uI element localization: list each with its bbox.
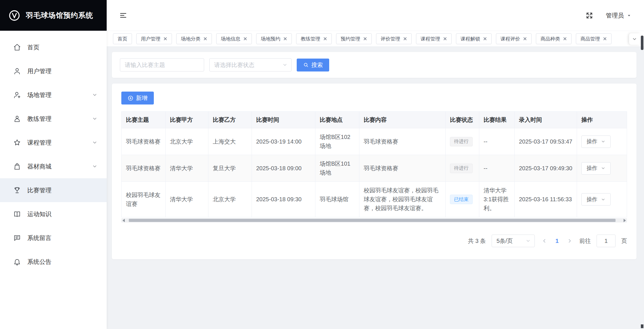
cell-time: 2025-03-18 09:00 (252, 155, 315, 182)
tab-label: 课程管理 (421, 36, 440, 42)
tabs-overflow-button[interactable] (629, 33, 640, 45)
plus-circle-icon (128, 95, 133, 101)
fullscreen-icon[interactable] (586, 12, 593, 19)
match-status-select[interactable] (209, 58, 292, 71)
scroll-left-arrow[interactable] (122, 219, 125, 222)
sidebar-item-matches[interactable]: 比赛管理 (0, 178, 107, 202)
tab-label: 教练管理 (301, 36, 320, 42)
sidebar-item-system-announcements[interactable]: 系统公告 (0, 250, 107, 274)
sidebar-item-venues[interactable]: 场地管理 (0, 83, 107, 107)
tab-product-categories[interactable]: 商品种类 (536, 33, 572, 44)
tab-home[interactable]: 首页 (113, 33, 132, 44)
scroll-right-arrow[interactable] (624, 219, 626, 222)
tab-venue-booking[interactable]: 场地预约 (256, 33, 292, 44)
close-icon[interactable] (483, 37, 487, 41)
page-number-current[interactable]: 1 (554, 238, 560, 244)
sidebar-item-label: 运动知识 (27, 210, 51, 218)
page-size-select[interactable] (492, 235, 535, 247)
cell-created: 2025-03-16 11:56:33 (515, 182, 577, 217)
sidebar-item-system-messages[interactable]: 系统留言 (0, 226, 107, 250)
sidebar-item-courses[interactable]: 课程管理 (0, 131, 107, 154)
tab-user-management[interactable]: 用户管理 (136, 33, 172, 44)
prev-page-button[interactable] (540, 237, 549, 245)
user-menu[interactable]: 管理员 (606, 11, 631, 20)
sidebar: 羽毛球场馆预约系统 首页 用户管理 场地管理 教练管理 (0, 0, 107, 329)
close-icon[interactable] (243, 37, 247, 41)
cell-location: 场馆B区101场地 (315, 155, 359, 182)
close-icon[interactable] (403, 37, 407, 41)
page-content: 搜索 新增 比赛主题 (107, 47, 644, 329)
user-icon (13, 67, 21, 75)
shuttlecock-logo-icon (8, 9, 21, 22)
sidebar-item-equipment-mall[interactable]: 器材商城 (0, 154, 107, 178)
vertical-scrollbar-thumb[interactable] (641, 36, 643, 50)
close-icon[interactable] (443, 37, 447, 41)
close-icon[interactable] (563, 37, 567, 41)
sidebar-item-sports-knowledge[interactable]: 运动知识 (0, 202, 107, 226)
match-table: 比赛主题 比赛甲方 比赛乙方 比赛时间 比赛地点 比赛内容 比赛状态 比赛结果 … (121, 111, 627, 217)
tab-label: 预约管理 (341, 36, 360, 42)
tab-label: 课程评价 (501, 36, 520, 42)
col-location: 比赛地点 (315, 112, 359, 128)
row-actions-dropdown[interactable]: 操作 (581, 193, 611, 206)
row-actions-dropdown[interactable]: 操作 (581, 162, 611, 175)
table-row: 羽毛球资格赛 北京大学 上海交大 2025-03-19 14:00 场馆B区10… (122, 128, 627, 155)
tab-course-review[interactable]: 课程评价 (496, 33, 532, 44)
sidebar-toggle-icon[interactable] (119, 11, 127, 19)
table-row: 羽毛球资格赛 清华大学 复旦大学 2025-03-18 09:00 场馆B区10… (122, 155, 627, 182)
cell-topic: 羽毛球资格赛 (122, 155, 166, 182)
tab-venue-info[interactable]: 场地信息 (216, 33, 252, 44)
tab-review-management[interactable]: 评价管理 (376, 33, 412, 44)
cell-team-b: 上海交大 (208, 128, 252, 155)
add-button[interactable]: 新增 (121, 92, 154, 104)
row-actions-label: 操作 (586, 196, 597, 203)
scroll-down-arrow[interactable] (641, 324, 643, 328)
page-size-field (492, 235, 535, 247)
pagination: 共 3 条 1 前往 (121, 235, 627, 247)
chevron-down-icon (632, 36, 637, 42)
close-icon[interactable] (323, 37, 327, 41)
status-badge: 待进行 (450, 137, 473, 146)
sidebar-item-users[interactable]: 用户管理 (0, 59, 107, 83)
row-actions-dropdown[interactable]: 操作 (581, 136, 611, 148)
chevron-down-icon (601, 197, 605, 202)
cell-created: 2025-03-17 09:53:47 (515, 128, 577, 155)
close-icon[interactable] (163, 37, 167, 41)
close-icon[interactable] (523, 37, 527, 41)
tab-label: 课程解锁 (461, 36, 480, 42)
horizontal-scrollbar-thumb[interactable] (129, 219, 616, 222)
tab-coach-management[interactable]: 教练管理 (296, 33, 332, 44)
match-topic-input[interactable] (120, 58, 204, 71)
status-field (209, 58, 292, 71)
col-status: 比赛状态 (446, 112, 479, 128)
tab-product-management[interactable]: 商品管理 (576, 33, 612, 44)
sidebar-item-home[interactable]: 首页 (0, 35, 107, 59)
main-area: 管理员 首页 用户管理 场地分类 场地信息 场地预约 (107, 0, 644, 329)
col-team-b: 比赛乙方 (208, 112, 252, 128)
tab-label: 商品种类 (540, 36, 560, 42)
table-horizontal-scrollbar (121, 218, 627, 222)
tab-venue-categories[interactable]: 场地分类 (176, 33, 212, 44)
search-icon (303, 62, 309, 68)
user-name: 管理员 (606, 11, 624, 20)
tab-label: 商品管理 (580, 36, 600, 42)
next-page-button[interactable] (566, 237, 574, 245)
trophy-icon (13, 186, 21, 194)
sidebar-item-coaches[interactable]: 教练管理 (0, 107, 107, 131)
cell-team-b: 复旦大学 (208, 155, 252, 182)
goto-page-input[interactable] (597, 235, 616, 247)
cell-result: 清华大学3:1获得胜利。 (479, 182, 515, 217)
status-badge: 待进行 (450, 164, 473, 173)
close-icon[interactable] (283, 37, 287, 41)
close-icon[interactable] (363, 37, 367, 41)
tab-course-management[interactable]: 课程管理 (416, 33, 452, 44)
tab-course-unlock[interactable]: 课程解锁 (456, 33, 492, 44)
coach-icon (13, 115, 21, 123)
app-title: 羽毛球场馆预约系统 (26, 11, 93, 20)
close-icon[interactable] (203, 37, 207, 41)
close-icon[interactable] (603, 37, 607, 41)
tab-reservation-management[interactable]: 预约管理 (336, 33, 372, 44)
tab-label: 用户管理 (141, 36, 160, 42)
search-button[interactable]: 搜索 (297, 59, 329, 71)
sidebar-nav: 首页 用户管理 场地管理 教练管理 课程管理 (0, 31, 107, 274)
